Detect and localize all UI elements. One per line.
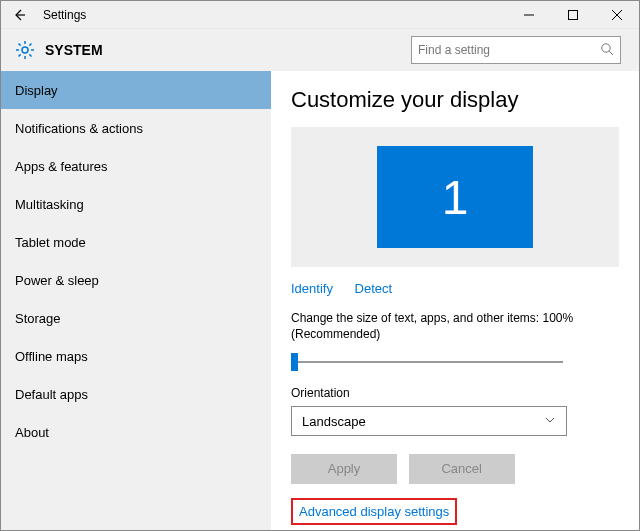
svg-point-13	[602, 43, 610, 51]
detect-link[interactable]: Detect	[355, 281, 393, 296]
sidebar-item-default-apps[interactable]: Default apps	[1, 375, 271, 413]
orientation-select[interactable]: Landscape	[291, 406, 567, 436]
window-title: Settings	[31, 8, 507, 22]
sidebar-item-tablet[interactable]: Tablet mode	[1, 223, 271, 261]
apply-button[interactable]: Apply	[291, 454, 397, 484]
content-pane: Customize your display 1 Identify Detect…	[271, 71, 639, 530]
chevron-down-icon	[544, 414, 556, 429]
maximize-button[interactable]	[551, 1, 595, 29]
svg-point-4	[22, 47, 28, 53]
gear-icon	[15, 40, 35, 60]
sidebar-item-notifications[interactable]: Notifications & actions	[1, 109, 271, 147]
sidebar-item-apps[interactable]: Apps & features	[1, 147, 271, 185]
sidebar-item-storage[interactable]: Storage	[1, 299, 271, 337]
slider-thumb[interactable]	[291, 353, 298, 371]
page-title: Customize your display	[291, 87, 619, 113]
svg-line-14	[609, 51, 613, 55]
identify-link[interactable]: Identify	[291, 281, 333, 296]
cancel-button[interactable]: Cancel	[409, 454, 515, 484]
button-row: Apply Cancel	[291, 454, 619, 484]
sidebar-item-about[interactable]: About	[1, 413, 271, 451]
sidebar-item-display[interactable]: Display	[1, 71, 271, 109]
display-actions: Identify Detect	[291, 281, 619, 296]
search-icon	[600, 42, 614, 59]
back-button[interactable]	[7, 3, 31, 27]
scale-slider[interactable]	[291, 352, 563, 372]
orientation-value: Landscape	[302, 414, 366, 429]
sidebar: Display Notifications & actions Apps & f…	[1, 71, 271, 530]
advanced-display-link[interactable]: Advanced display settings	[299, 504, 449, 519]
search-placeholder: Find a setting	[418, 43, 600, 57]
window-controls	[507, 1, 639, 29]
monitor-tile-1[interactable]: 1	[377, 146, 533, 248]
sidebar-item-multitasking[interactable]: Multitasking	[1, 185, 271, 223]
svg-line-11	[29, 44, 31, 46]
advanced-highlight: Advanced display settings	[291, 498, 457, 525]
minimize-button[interactable]	[507, 1, 551, 29]
orientation-label: Orientation	[291, 386, 619, 400]
svg-line-9	[19, 44, 21, 46]
svg-rect-1	[569, 10, 578, 19]
search-input[interactable]: Find a setting	[411, 36, 621, 64]
svg-line-10	[29, 54, 31, 56]
sidebar-item-power[interactable]: Power & sleep	[1, 261, 271, 299]
header: SYSTEM Find a setting	[1, 29, 639, 71]
section-title: SYSTEM	[35, 42, 411, 58]
close-button[interactable]	[595, 1, 639, 29]
sidebar-item-offline-maps[interactable]: Offline maps	[1, 337, 271, 375]
slider-track	[291, 361, 563, 363]
svg-line-12	[19, 54, 21, 56]
titlebar: Settings	[1, 1, 639, 29]
scale-label: Change the size of text, apps, and other…	[291, 310, 619, 342]
display-arrangement[interactable]: 1	[291, 127, 619, 267]
